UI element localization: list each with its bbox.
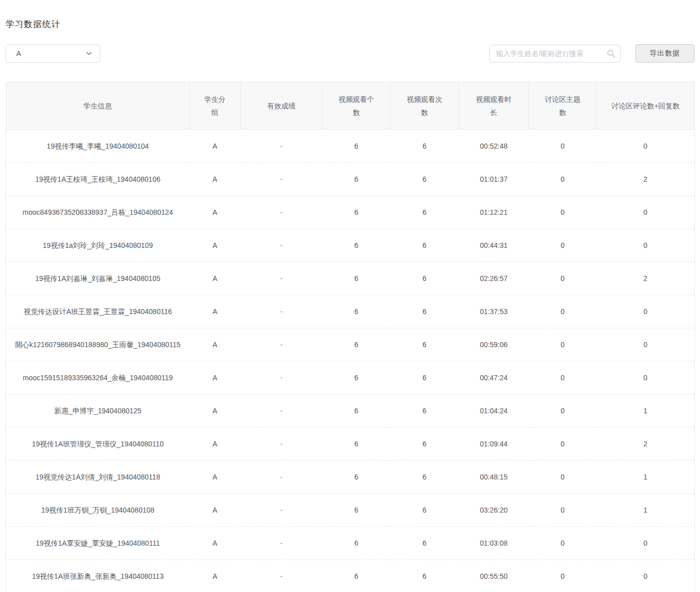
cell-student-group: A (190, 163, 241, 196)
cell-student-info: 19视传1A刘嘉琳_刘嘉琳_19404080105 (6, 262, 190, 295)
cell-videos-watched: 6 (323, 229, 391, 262)
cell-effective-score: - (241, 361, 323, 394)
cell-effective-score: - (241, 196, 323, 229)
table-row: 视觉传达设计A班王昱霖_王昱霖_19404080116 A - 6 6 01:3… (6, 295, 695, 328)
column-header: 有效成绩 (241, 82, 323, 130)
cell-student-group: A (190, 328, 241, 361)
toolbar-right: 导出数据 (489, 44, 694, 63)
cell-effective-score: - (241, 163, 323, 196)
export-data-button[interactable]: 导出数据 (635, 44, 694, 63)
cell-discussion-comments: 0 (597, 196, 695, 229)
cell-discussion-comments: 2 (597, 428, 695, 461)
cell-student-info: 開心k1216079868940188980_王雨馨_19404080115 (6, 328, 190, 361)
cell-student-group: A (190, 229, 241, 262)
cell-discussion-topics: 0 (529, 196, 597, 229)
cell-student-info: 19视传1A王桉琦_王桉琦_19404080106 (6, 163, 190, 196)
cell-effective-score: - (241, 295, 323, 328)
cell-watch-duration: 01:04:24 (459, 394, 529, 428)
cell-watch-times: 6 (391, 394, 459, 428)
cell-student-info: mooc84936735208338937_吕栋_19404080124 (6, 196, 190, 229)
cell-discussion-topics: 0 (529, 428, 597, 461)
table-row: 19视传1A王桉琦_王桉琦_19404080106 A - 6 6 01:01:… (6, 163, 695, 196)
cell-watch-duration: 00:52:48 (459, 130, 529, 163)
cell-discussion-topics: 0 (529, 130, 597, 163)
cell-discussion-comments: 2 (597, 163, 695, 196)
cell-discussion-topics: 0 (529, 262, 597, 295)
cell-student-info: 新惠_申博宇_19404080125 (6, 394, 190, 428)
table-header-row: 学生信息学生分组有效成绩视频观看个数视频观看次数视频观看时长讨论区主题数讨论区评… (6, 82, 695, 130)
cell-discussion-topics: 0 (529, 494, 597, 527)
cell-student-group: A (190, 494, 241, 527)
cell-student-group: A (190, 130, 241, 163)
search-input[interactable] (489, 45, 621, 63)
cell-watch-times: 6 (391, 527, 459, 560)
cell-student-group: A (190, 196, 241, 229)
cell-videos-watched: 6 (323, 494, 391, 527)
search-icon[interactable] (606, 49, 616, 58)
table-row: 19视传李曦_李曦_19404080104 A - 6 6 00:52:48 0… (6, 130, 695, 163)
cell-videos-watched: 6 (323, 196, 391, 229)
cell-watch-duration: 02:26:57 (459, 262, 529, 295)
cell-student-group: A (190, 295, 241, 328)
cell-videos-watched: 6 (323, 262, 391, 295)
cell-discussion-comments: 0 (597, 328, 695, 361)
column-header: 视频观看时长 (459, 82, 529, 130)
cell-effective-score: - (241, 527, 323, 560)
cell-watch-times: 6 (391, 428, 459, 461)
column-header: 学生信息 (6, 82, 190, 130)
cell-discussion-topics: 0 (529, 229, 597, 262)
cell-effective-score: - (241, 262, 323, 295)
group-filter-value: A (16, 49, 21, 58)
cell-student-info: 19视传1A班管璟仪_管璟仪_19404080110 (6, 428, 190, 461)
table-row: 19视觉传达1A刘倩_刘倩_19404080118 A - 6 6 00:48:… (6, 461, 695, 494)
cell-videos-watched: 6 (323, 560, 391, 592)
cell-watch-times: 6 (391, 361, 459, 394)
cell-effective-score: - (241, 428, 323, 461)
table-row: 19视传1A覃安婕_覃安婕_19404080111 A - 6 6 01:03:… (6, 527, 695, 560)
cell-videos-watched: 6 (323, 163, 391, 196)
cell-discussion-topics: 0 (529, 295, 597, 328)
cell-watch-duration: 01:09:44 (459, 428, 529, 461)
cell-student-group: A (190, 560, 241, 592)
cell-discussion-comments: 2 (597, 262, 695, 295)
cell-discussion-comments: 1 (597, 394, 695, 428)
cell-watch-times: 6 (391, 130, 459, 163)
cell-student-info: 19视传李曦_李曦_19404080104 (6, 130, 190, 163)
table-row: 19视传1A班管璟仪_管璟仪_19404080110 A - 6 6 01:09… (6, 428, 695, 461)
cell-watch-times: 6 (391, 494, 459, 527)
cell-discussion-topics: 0 (529, 527, 597, 560)
cell-watch-times: 6 (391, 262, 459, 295)
cell-watch-duration: 00:48:15 (459, 461, 529, 494)
cell-discussion-topics: 0 (529, 560, 597, 592)
learning-stats-page: 学习数据统计 A 导出数据 学生信息学生分组有效成绩视频观看个数视频观 (0, 0, 700, 592)
table-header: 学生信息学生分组有效成绩视频观看个数视频观看次数视频观看时长讨论区主题数讨论区评… (6, 82, 695, 130)
cell-effective-score: - (241, 229, 323, 262)
student-stats-table: 学生信息学生分组有效成绩视频观看个数视频观看次数视频观看时长讨论区主题数讨论区评… (6, 82, 695, 592)
group-filter-select[interactable]: A (6, 44, 100, 63)
cell-watch-times: 6 (391, 196, 459, 229)
cell-watch-duration: 00:59:06 (459, 328, 529, 361)
cell-discussion-comments: 0 (597, 130, 695, 163)
cell-watch-duration: 01:01:37 (459, 163, 529, 196)
column-header: 视频观看个数 (323, 82, 391, 130)
cell-effective-score: - (241, 328, 323, 361)
cell-watch-duration: 00:55:50 (459, 560, 529, 592)
table-row: 19视传1班万钏_万钏_19404080108 A - 6 6 03:26:20… (6, 494, 695, 527)
cell-watch-times: 6 (391, 328, 459, 361)
cell-effective-score: - (241, 394, 323, 428)
table-row: mooc84936735208338937_吕栋_19404080124 A -… (6, 196, 695, 229)
table-row: 19视传1a刘玲_刘玲_19404080109 A - 6 6 00:44:31… (6, 229, 695, 262)
cell-watch-duration: 01:37:53 (459, 295, 529, 328)
search-box (489, 45, 621, 63)
toolbar: A 导出数据 (6, 44, 694, 63)
cell-videos-watched: 6 (323, 295, 391, 328)
cell-discussion-comments: 1 (597, 494, 695, 527)
cell-student-info: 19视传1班万钏_万钏_19404080108 (6, 494, 190, 527)
cell-videos-watched: 6 (323, 361, 391, 394)
page-title: 学习数据统计 (6, 18, 694, 30)
cell-watch-duration: 00:47:24 (459, 361, 529, 394)
cell-student-group: A (190, 428, 241, 461)
cell-discussion-topics: 0 (529, 163, 597, 196)
cell-discussion-topics: 0 (529, 394, 597, 428)
cell-discussion-topics: 0 (529, 361, 597, 394)
